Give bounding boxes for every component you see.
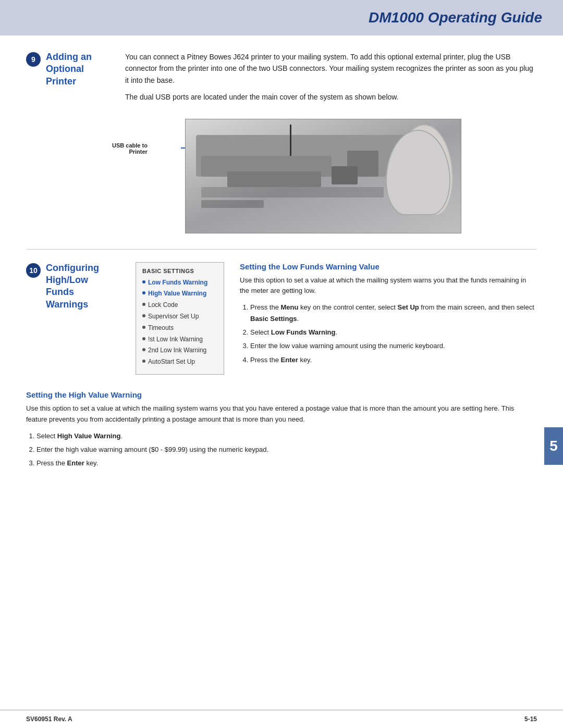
document-title: DM1000 Operating Guide [369, 9, 542, 26]
high-value-step-1: Select High Value Warning. [36, 430, 537, 442]
high-value-title: Setting the High Value Warning [26, 390, 537, 399]
footer-left: SV60951 Rev. A [26, 715, 72, 723]
bs-item-low-funds: Low Funds Warning [142, 278, 217, 287]
low-funds-title: Setting the Low Funds Warning Value [240, 262, 537, 271]
chapter-tab: 5 [544, 427, 563, 465]
main-content: 9 Adding anOptionalPrinter You can conne… [0, 35, 563, 487]
hw-element-3 [201, 200, 264, 208]
low-funds-steps: Press the Menu key on the control center… [250, 302, 537, 365]
printer-photo [185, 119, 461, 233]
usb-label: USB cable to Printer [112, 142, 148, 155]
image-container: USB cable to Printer [185, 119, 461, 233]
bs-label-lock-code: Lock Code [148, 301, 178, 310]
bs-dot-2nd-low-ink [142, 348, 145, 351]
section-9-para2: The dual USB ports are located under the… [125, 91, 537, 103]
hw-roll [396, 125, 453, 216]
bs-item-1st-low-ink: !st Low Ink Warning [142, 335, 217, 344]
bs-item-autostart: AutoStart Set Up [142, 357, 217, 366]
bs-label-supervisor: Supervisor Set Up [148, 312, 199, 321]
basic-settings-title: BASIC SETTINGS [142, 268, 217, 274]
page-header: DM1000 Operating Guide [0, 0, 563, 35]
bs-label-2nd-low-ink: 2nd Low Ink Warning [148, 346, 206, 355]
bs-label-autostart: AutoStart Set Up [148, 357, 195, 366]
section-divider [26, 249, 537, 250]
hw-element-2 [332, 166, 358, 184]
section-10-heading: 10 ConfiguringHigh/LowFundsWarnings [26, 262, 130, 311]
bs-label-1st-low-ink: !st Low Ink Warning [148, 335, 203, 344]
hw-element-1 [227, 171, 321, 187]
section-9-para1: You can connect a Pitney Bowes J624 prin… [125, 51, 537, 86]
low-funds-step-1: Press the Menu key on the control center… [250, 302, 537, 325]
section-10-middle: BASIC SETTINGS Low Funds Warning High Va… [130, 262, 229, 375]
section-10-left: 10 ConfiguringHigh/LowFundsWarnings [26, 262, 130, 375]
section-10: 10 ConfiguringHigh/LowFundsWarnings BASI… [26, 262, 537, 375]
section-10-number: 10 [26, 263, 41, 278]
section-9-title: Adding anOptionalPrinter [46, 51, 92, 88]
high-value-intro: Use this option to set a value at which … [26, 403, 537, 425]
section-9-heading: 9 Adding anOptionalPrinter [26, 51, 109, 108]
bs-item-timeouts: Timeouts [142, 324, 217, 332]
bs-dot-lock-code [142, 303, 145, 306]
bs-item-supervisor: Supervisor Set Up [142, 312, 217, 321]
section-9: 9 Adding anOptionalPrinter You can conne… [26, 51, 537, 108]
printer-image-area: USB cable to Printer [109, 119, 537, 233]
bs-item-lock-code: Lock Code [142, 301, 217, 310]
bs-dot-1st-low-ink [142, 337, 145, 340]
basic-settings-panel: BASIC SETTINGS Low Funds Warning High Va… [136, 262, 224, 375]
bs-label-low-funds: Low Funds Warning [148, 278, 207, 287]
bs-dot-timeouts [142, 326, 145, 329]
section-9-body: You can connect a Pitney Bowes J624 prin… [125, 51, 537, 108]
high-value-steps: Select High Value Warning. Enter the hig… [36, 430, 537, 469]
bs-dot-high-value [142, 291, 145, 294]
bs-dot-supervisor [142, 314, 145, 317]
section-10-right: Setting the Low Funds Warning Value Use … [229, 262, 537, 375]
page-footer: SV60951 Rev. A 5-15 [0, 710, 563, 728]
bs-dot-autostart [142, 360, 145, 363]
low-funds-step-3: Enter the low value warning amount using… [250, 340, 537, 352]
low-funds-step-2: Select Low Funds Warning. [250, 327, 537, 338]
bs-dot-low-funds [142, 280, 145, 283]
bs-label-timeouts: Timeouts [148, 324, 174, 332]
section-10-title: ConfiguringHigh/LowFundsWarnings [46, 262, 99, 311]
high-value-section: Setting the High Value Warning Use this … [26, 385, 537, 469]
image-detail-3 [201, 187, 384, 198]
low-funds-section: Setting the Low Funds Warning Value Use … [240, 262, 537, 366]
section-9-number: 9 [26, 52, 41, 67]
bs-item-high-value: High Value Warning [142, 289, 217, 298]
bs-item-2nd-low-ink: 2nd Low Ink Warning [142, 346, 217, 355]
high-value-step-2: Enter the high value warning amount ($0 … [36, 444, 537, 455]
low-funds-step-4: Press the Enter key. [250, 354, 537, 366]
low-funds-intro: Use this option to set a value at which … [240, 275, 537, 297]
footer-right: 5-15 [524, 715, 537, 723]
image-cable [290, 125, 291, 156]
bs-label-high-value: High Value Warning [148, 289, 206, 298]
high-value-step-3: Press the Enter key. [36, 458, 537, 469]
